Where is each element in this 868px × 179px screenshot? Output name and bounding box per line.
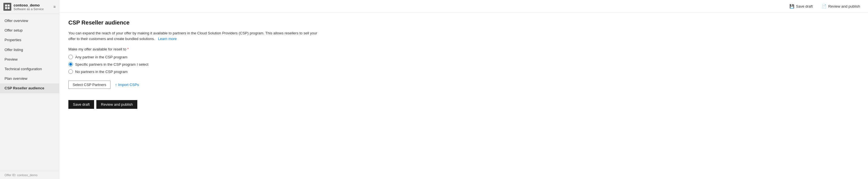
sidebar-item-offer-listing[interactable]: Offer listing: [0, 45, 59, 55]
radio-option-no-partners[interactable]: No partners in the CSP program: [68, 69, 859, 74]
sidebar-item-plan-overview[interactable]: Plan overview: [0, 74, 59, 83]
svg-rect-2: [5, 7, 7, 9]
page-description: You can expand the reach of your offer b…: [68, 30, 323, 41]
sidebar-nav: Offer overview Offer setup Properties Of…: [0, 14, 59, 171]
radio-specific-partners-label: Specific partners in the CSP program I s…: [75, 62, 148, 67]
bottom-actions: Save draft Review and publish: [68, 100, 859, 109]
sidebar-item-technical-configuration[interactable]: Technical configuration: [0, 64, 59, 74]
sidebar-logo-area: contoso_demo Software as a Service: [3, 3, 44, 11]
radio-any-partner-label: Any partner in the CSP program: [75, 55, 127, 59]
svg-rect-3: [8, 7, 10, 9]
sidebar-item-properties[interactable]: Properties: [0, 35, 59, 45]
svg-rect-1: [8, 4, 10, 6]
topbar-review-publish-label: Review and publish: [828, 4, 860, 8]
sidebar: contoso_demo Software as a Service ≡ Off…: [0, 0, 59, 179]
svg-rect-0: [5, 4, 7, 6]
import-csps-label: Import CSPs: [118, 82, 139, 87]
company-info: contoso_demo Software as a Service: [13, 3, 44, 11]
sidebar-item-offer-setup[interactable]: Offer setup: [0, 26, 59, 35]
company-name: contoso_demo: [13, 3, 44, 7]
topbar-save-draft-label: Save draft: [796, 4, 813, 8]
radio-any-partner[interactable]: [68, 55, 73, 59]
import-csps-link[interactable]: ↑ Import CSPs: [115, 82, 139, 87]
csp-actions: Select CSP Partners ↑ Import CSPs: [68, 81, 859, 89]
collapse-icon[interactable]: ≡: [53, 4, 56, 9]
review-publish-icon: 📄: [822, 4, 827, 8]
radio-no-partners[interactable]: [68, 69, 73, 74]
sidebar-item-preview[interactable]: Preview: [0, 55, 59, 64]
app-logo-icon: [3, 3, 11, 11]
required-indicator: *: [126, 47, 129, 51]
sidebar-footer: Offer ID: contoso_demo: [0, 171, 59, 179]
field-label: Make my offer available for resell to *: [68, 47, 859, 51]
sidebar-item-csp-reseller-audience[interactable]: CSP Reseller audience: [0, 83, 59, 93]
topbar-review-publish-button[interactable]: 📄 Review and publish: [819, 3, 862, 9]
company-subtitle: Software as a Service: [13, 7, 44, 11]
radio-option-specific-partners[interactable]: Specific partners in the CSP program I s…: [68, 62, 859, 67]
offer-id-label: Offer ID: contoso_demo: [4, 173, 38, 177]
sidebar-header: contoso_demo Software as a Service ≡: [0, 0, 59, 14]
radio-specific-partners[interactable]: [68, 62, 73, 67]
radio-option-any-partner[interactable]: Any partner in the CSP program: [68, 55, 859, 59]
content-area: CSP Reseller audience You can expand the…: [59, 13, 868, 179]
topbar: 💾 Save draft 📄 Review and publish: [59, 0, 868, 13]
learn-more-link[interactable]: Learn more: [158, 37, 177, 41]
page-title: CSP Reseller audience: [68, 20, 859, 26]
main-area: 💾 Save draft 📄 Review and publish CSP Re…: [59, 0, 868, 179]
radio-group: Any partner in the CSP program Specific …: [68, 55, 859, 74]
save-draft-icon: 💾: [789, 4, 794, 8]
save-draft-button[interactable]: Save draft: [68, 100, 94, 109]
description-text: You can expand the reach of your offer b…: [68, 31, 317, 41]
radio-no-partners-label: No partners in the CSP program: [75, 70, 127, 74]
sidebar-item-offer-overview[interactable]: Offer overview: [0, 16, 59, 26]
select-csp-partners-button[interactable]: Select CSP Partners: [68, 81, 111, 89]
review-publish-button[interactable]: Review and publish: [96, 100, 137, 109]
topbar-save-draft-button[interactable]: 💾 Save draft: [787, 3, 815, 9]
import-arrow-icon: ↑: [115, 82, 117, 87]
